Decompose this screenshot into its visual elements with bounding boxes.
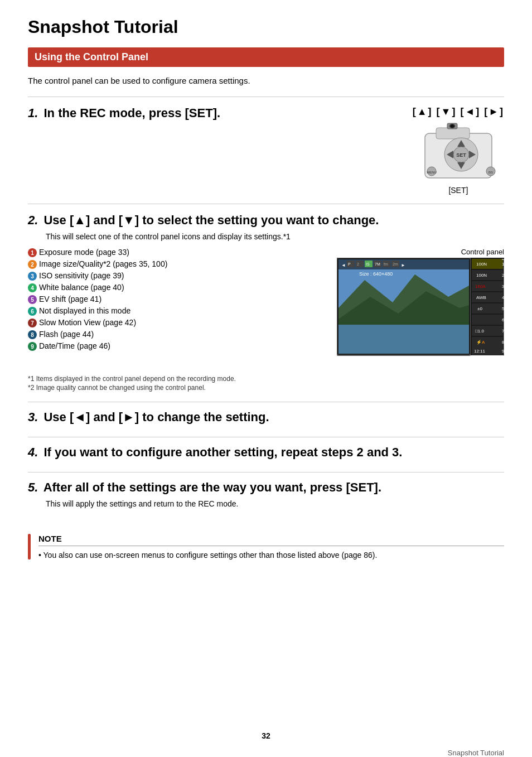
list-item: 1 Exposure mode (page 33) bbox=[28, 248, 315, 257]
footnotes: *1 Items displayed in the control panel … bbox=[28, 375, 504, 392]
step-1-right: [▲] [▼] [◄] [►] bbox=[413, 106, 504, 195]
list-item: 4 White balance (page 40) bbox=[28, 283, 315, 292]
item-text-5: EV shift (page 41) bbox=[39, 295, 101, 303]
item-num-7: 7 bbox=[28, 319, 37, 327]
page-title: Snapshot Tutorial bbox=[28, 17, 504, 37]
svg-point-15 bbox=[451, 125, 454, 128]
step-1-bold: In the REC mode, press [SET]. bbox=[43, 106, 220, 120]
footer-page-num: 32 bbox=[262, 731, 270, 740]
svg-text:3: 3 bbox=[502, 284, 504, 289]
svg-text:7M: 7M bbox=[375, 262, 380, 266]
list-item: 2 Image size/Quality*2 (pages 35, 100) bbox=[28, 259, 315, 269]
step-1-left: 1. In the REC mode, press [SET]. bbox=[28, 106, 402, 125]
step-5-subtext: This will apply the settings and return … bbox=[46, 499, 504, 508]
svg-text:SET: SET bbox=[456, 152, 466, 158]
step-1-header: 1. In the REC mode, press [SET]. bbox=[28, 106, 402, 120]
control-panel-label: Control panel bbox=[461, 248, 504, 256]
step-2-image-area: Control panel bbox=[326, 248, 504, 369]
svg-rect-20 bbox=[338, 325, 469, 354]
svg-text:160A: 160A bbox=[475, 284, 486, 289]
footnote-2: *2 Image quality cannot be changed using… bbox=[28, 384, 504, 392]
svg-text:100N: 100N bbox=[476, 273, 487, 278]
step-2-content: 1 Exposure mode (page 33) 2 Image size/Q… bbox=[28, 248, 504, 369]
svg-text:P: P bbox=[348, 262, 351, 266]
item-text-7: Slow Motion View (page 42) bbox=[39, 318, 136, 327]
step-3-bold: Use [◄] and [►] to change the setting. bbox=[43, 410, 269, 424]
note-section: NOTE • You also can use on-screen menus … bbox=[28, 534, 504, 560]
item-text-4: White balance (page 40) bbox=[39, 283, 124, 292]
svg-text:BS: BS bbox=[489, 171, 493, 174]
item-text-8: Flash (page 44) bbox=[39, 330, 94, 339]
list-item: 8 Flash (page 44) bbox=[28, 330, 315, 339]
svg-text:◄: ◄ bbox=[341, 263, 346, 268]
item-num-9: 9 bbox=[28, 342, 37, 351]
svg-text:±0: ±0 bbox=[477, 306, 482, 311]
step-5-header: 5. After all of the settings are the way… bbox=[28, 480, 504, 495]
svg-rect-1 bbox=[436, 128, 470, 139]
step-5-block: 5. After all of the settings are the way… bbox=[28, 472, 504, 523]
item-num-2: 2 bbox=[28, 260, 37, 269]
item-text-2: Image size/Quality*2 (pages 35, 100) bbox=[39, 259, 167, 268]
note-title: NOTE bbox=[38, 534, 504, 546]
step-5-bold: After all of the settings are the way yo… bbox=[43, 480, 381, 494]
step-2-num: 2. bbox=[28, 213, 38, 227]
svg-rect-50 bbox=[472, 303, 503, 314]
svg-text:5: 5 bbox=[502, 306, 504, 311]
camera-buttons-illustration: SET MENU BS bbox=[419, 122, 497, 184]
control-panel-list: 1 Exposure mode (page 33) 2 Image size/Q… bbox=[28, 248, 315, 369]
item-text-6: Not displayed in this mode bbox=[39, 306, 130, 315]
item-num-5: 5 bbox=[28, 295, 37, 304]
step-4-bold: If you want to configure another setting… bbox=[43, 445, 402, 459]
svg-text:□1.0: □1.0 bbox=[475, 329, 485, 334]
note-text: • You also can use on-screen menus to co… bbox=[38, 551, 504, 560]
item-num-1: 1 bbox=[28, 248, 37, 257]
list-item: 6 Not displayed in this mode bbox=[28, 306, 315, 316]
svg-text:Size : 640×480: Size : 640×480 bbox=[359, 271, 393, 277]
step-2-bold: Use [▲] and [▼] to select the setting yo… bbox=[43, 213, 379, 227]
svg-text:2: 2 bbox=[357, 262, 359, 266]
list-item: 5 EV shift (page 41) bbox=[28, 295, 315, 304]
svg-text:12:11: 12:11 bbox=[474, 349, 486, 354]
set-label: [SET] bbox=[448, 186, 468, 195]
item-text-9: Date/Time (page 46) bbox=[39, 341, 110, 350]
item-num-6: 6 bbox=[28, 307, 37, 316]
svg-text:100N: 100N bbox=[476, 262, 487, 267]
note-content: NOTE • You also can use on-screen menus … bbox=[38, 534, 504, 560]
step-2-header: 2. Use [▲] and [▼] to select the setting… bbox=[28, 213, 504, 228]
step-4-header: 4. If you want to configure another sett… bbox=[28, 445, 504, 460]
item-num-4: 4 bbox=[28, 283, 37, 292]
intro-text: The control panel can be used to configu… bbox=[28, 76, 504, 85]
step-1-num: 1. bbox=[28, 106, 38, 120]
item-num-3: 3 bbox=[28, 272, 37, 281]
nav-keys: [▲] [▼] [◄] [►] bbox=[413, 106, 504, 118]
svg-text:2m: 2m bbox=[393, 262, 398, 266]
page: Snapshot Tutorial Using the Control Pane… bbox=[0, 0, 532, 757]
item-num-8: 8 bbox=[28, 330, 37, 339]
note-bar bbox=[28, 534, 31, 560]
svg-text:►: ► bbox=[401, 263, 405, 268]
list-item: 3 ISO sensitivity (page 39) bbox=[28, 271, 315, 281]
footer-section-label: Snapshot Tutorial bbox=[448, 749, 504, 757]
page-footer: 32 bbox=[0, 731, 532, 740]
list-item: 9 Date/Time (page 46) bbox=[28, 341, 315, 351]
svg-rect-53 bbox=[472, 315, 503, 325]
step-4-block: 4. If you want to configure another sett… bbox=[28, 437, 504, 472]
step-2-block: 2. Use [▲] and [▼] to select the setting… bbox=[28, 204, 504, 402]
svg-text:4: 4 bbox=[502, 295, 504, 300]
svg-text:9: 9 bbox=[502, 349, 504, 354]
step-4-num: 4. bbox=[28, 445, 38, 459]
svg-text:1: 1 bbox=[502, 262, 504, 267]
step-3-block: 3. Use [◄] and [►] to change the setting… bbox=[28, 402, 504, 437]
step-1-block: 1. In the REC mode, press [SET]. [▲] [▼]… bbox=[28, 97, 504, 204]
footnote-1: *1 Items displayed in the control panel … bbox=[28, 375, 504, 383]
svg-text:fm: fm bbox=[384, 262, 388, 266]
svg-text:IS: IS bbox=[366, 262, 370, 266]
list-item: 7 Slow Motion View (page 42) bbox=[28, 318, 315, 327]
step-3-num: 3. bbox=[28, 410, 38, 424]
step-3-header: 3. Use [◄] and [►] to change the setting… bbox=[28, 410, 504, 425]
item-text-3: ISO sensitivity (page 39) bbox=[39, 271, 124, 280]
step-5-num: 5. bbox=[28, 480, 38, 494]
svg-text:6: 6 bbox=[502, 317, 504, 322]
section-header: Using the Control Panel bbox=[28, 47, 504, 67]
svg-text:7: 7 bbox=[502, 329, 504, 334]
